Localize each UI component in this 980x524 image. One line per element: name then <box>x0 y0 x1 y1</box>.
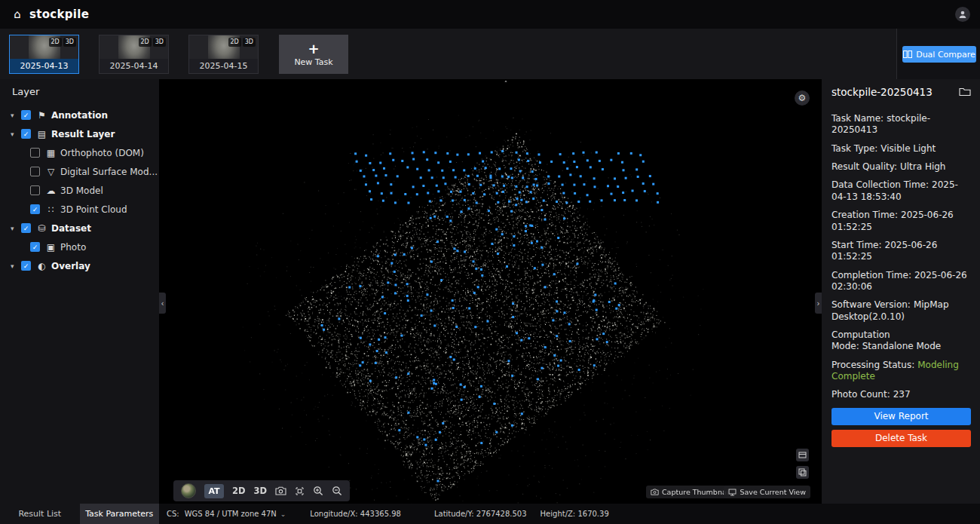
viewer-side-icons <box>796 449 809 479</box>
annotation-checkbox[interactable] <box>21 110 31 120</box>
layer-label: Overlay <box>51 261 90 271</box>
top-bar: stockpile <box>0 0 980 29</box>
mode-2d-button[interactable]: 2D <box>232 486 246 496</box>
layer-row-dataset[interactable]: ⛁ Dataset <box>0 219 159 237</box>
camera-icon[interactable] <box>275 486 286 495</box>
task-card-2025-04-13[interactable]: 2D 3D 2025-04-13 <box>9 35 79 74</box>
home-icon[interactable] <box>11 8 24 21</box>
cs-select[interactable]: WGS 84 / UTM zone 47N <box>185 510 277 518</box>
field-completion-time: Completion Time:2025-06-26 02:30:06 <box>831 270 972 293</box>
zoom-out-icon[interactable] <box>332 486 342 496</box>
user-avatar[interactable] <box>955 7 970 22</box>
layer-row-dsm[interactable]: ▽ Digital Surface Mod... <box>0 162 159 181</box>
chevron-down-icon[interactable] <box>11 225 21 232</box>
height-readout: Height/Z: 1670.39 <box>541 510 609 518</box>
dataset-icon: ⛁ <box>35 223 48 234</box>
badge-3d: 3D <box>243 38 256 47</box>
layer-row-orthophoto[interactable]: ▦ Orthophoto (DOM) <box>0 143 159 162</box>
new-task-button[interactable]: New Task <box>279 35 348 74</box>
field-task-type: Task Type:Visible Light <box>831 143 972 155</box>
layer-label: 3D Model <box>60 185 103 196</box>
chevron-down-icon[interactable] <box>11 262 21 270</box>
split-view-icon[interactable] <box>796 466 809 479</box>
task-card-2025-04-14[interactable]: 2D 3D 2025-04-14 <box>99 35 169 74</box>
viewer-3d: AT 2D 3D Capture Thumbnail Save Current … <box>159 79 822 504</box>
field-creation-time: Creation Time:2025-06-26 01:52:25 <box>831 210 972 233</box>
person-icon <box>958 10 967 19</box>
collapse-top-handle[interactable] <box>495 79 516 87</box>
layer-row-point-cloud[interactable]: ∷ 3D Point Cloud <box>0 200 159 219</box>
badge-2d: 2D <box>49 38 62 47</box>
delete-task-button[interactable]: Delete Task <box>831 430 971 447</box>
layer-label: Dataset <box>51 223 91 234</box>
app-window: stockpile 2D 3D 2025-04-13 2D 3D 2025-04… <box>0 0 980 524</box>
view-report-button[interactable]: View Report <box>831 408 971 425</box>
field-photo-count: Photo Count:237 <box>831 389 972 400</box>
capture-thumbnail-button[interactable]: Capture Thumbnail <box>646 486 735 498</box>
layer-row-3d-model[interactable]: ☁ 3D Model <box>0 181 159 200</box>
field-result-quality: Result Quality:Ultra High <box>831 161 972 173</box>
orthophoto-icon: ▦ <box>44 148 57 158</box>
overlay-checkbox[interactable] <box>21 261 31 271</box>
orthophoto-checkbox[interactable] <box>30 148 40 158</box>
pointcloud-icon: ∷ <box>44 204 57 215</box>
chevron-down-icon[interactable] <box>11 112 21 119</box>
chevron-down-icon[interactable] <box>11 130 21 138</box>
model-icon: ☁ <box>44 185 57 196</box>
layer-row-annotation[interactable]: ⚑ Annotation <box>0 106 159 124</box>
layer-label: Result Layer <box>51 129 115 139</box>
chevron-down-icon[interactable] <box>280 510 286 518</box>
layer-row-photo[interactable]: ▣ Photo <box>0 237 159 256</box>
bottom-left-tabs: Result List Task Parameters <box>0 504 159 524</box>
cs-label: CS: <box>167 510 179 518</box>
split-compare-icon <box>903 51 912 58</box>
photo-checkbox[interactable] <box>30 242 40 252</box>
dual-compare-button[interactable]: Dual Compare <box>902 46 976 63</box>
layer-row-result-layer[interactable]: ▤ Result Layer <box>0 124 159 143</box>
plus-icon <box>308 42 319 56</box>
field-computation-mode: Computation Mode:Standalone Mode <box>831 329 972 353</box>
point-cloud-checkbox[interactable] <box>30 204 40 214</box>
select-region-icon[interactable] <box>295 486 305 496</box>
task-strip: 2D 3D 2025-04-13 2D 3D 2025-04-14 2D 3D … <box>0 29 980 79</box>
mode-3d-button[interactable]: 3D <box>254 486 268 496</box>
field-processing-status: Processing Status:Modeling Complete <box>831 360 972 383</box>
dual-compare-label: Dual Compare <box>916 50 975 60</box>
mode-at-button[interactable]: AT <box>204 484 224 498</box>
collapse-left-handle[interactable] <box>159 293 166 314</box>
collapse-right-handle[interactable] <box>815 293 822 314</box>
new-task-label: New Task <box>294 57 332 67</box>
dsm-checkbox[interactable] <box>30 167 40 176</box>
viewcube-icon[interactable] <box>796 449 809 461</box>
basemap-thumbnail[interactable] <box>181 483 196 498</box>
badge-2d: 2D <box>228 38 241 47</box>
camera-small-icon <box>651 489 659 495</box>
tab-task-parameters[interactable]: Task Parameters <box>80 504 160 524</box>
task-date-label: 2025-04-15 <box>189 59 258 73</box>
layers-icon: ▤ <box>35 129 48 139</box>
dataset-checkbox[interactable] <box>21 223 31 233</box>
tab-result-list[interactable]: Result List <box>0 504 80 524</box>
model-checkbox[interactable] <box>30 185 40 195</box>
badge-2d: 2D <box>139 38 152 47</box>
field-software-version: Software Version:MipMap Desktop(2.0.10) <box>831 299 972 323</box>
task-panel-title: stockpile-20250413 <box>831 86 971 98</box>
viewer-settings-gear-icon[interactable] <box>795 90 810 106</box>
latitude-readout: Latitude/Y: 2767428.503 <box>434 510 527 518</box>
dsm-icon: ▽ <box>44 167 57 177</box>
task-card-2025-04-15[interactable]: 2D 3D 2025-04-15 <box>188 35 259 74</box>
layer-label: Annotation <box>51 110 108 121</box>
task-parameters-panel: stockpile-20250413 Task Name:stockpile-2… <box>822 79 980 504</box>
open-folder-icon[interactable] <box>959 87 971 97</box>
save-current-view-button[interactable]: Save Current View <box>724 486 810 498</box>
result-layer-checkbox[interactable] <box>21 129 31 139</box>
task-date-label: 2025-04-13 <box>10 59 78 73</box>
layer-label: Digital Surface Mod... <box>60 167 158 177</box>
layer-row-overlay[interactable]: ◐ Overlay <box>0 256 159 275</box>
layer-label: Photo <box>60 242 86 253</box>
layer-tree: ⚑ Annotation ▤ Result Layer ▦ Orthophoto… <box>0 106 159 275</box>
field-task-name: Task Name:stockpile-20250413 <box>831 113 972 136</box>
zoom-in-icon[interactable] <box>313 486 323 496</box>
point-cloud-canvas[interactable] <box>159 79 822 504</box>
task-date-label: 2025-04-14 <box>100 59 168 73</box>
